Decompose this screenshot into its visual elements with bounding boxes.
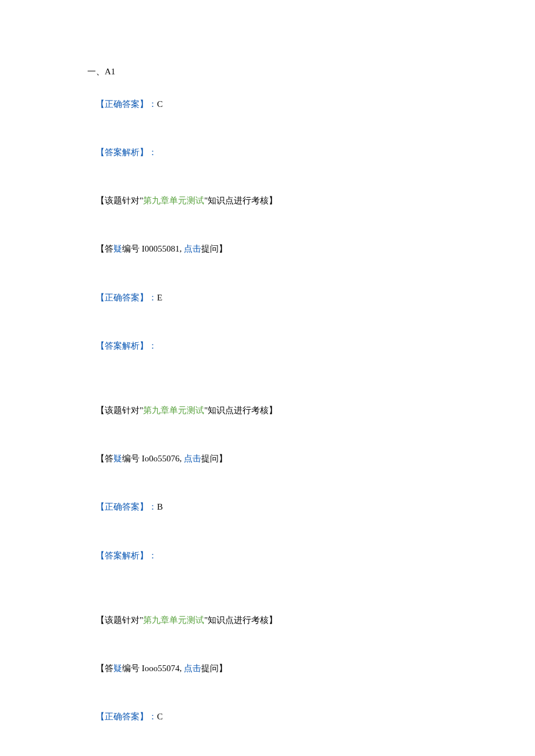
- faq-end: 提问】: [201, 454, 227, 463]
- answer-label: 【正确答案】：: [96, 293, 157, 302]
- topic-name: 第九章单元测试: [143, 406, 204, 415]
- faq-mid2: 编号 Iooo55074,: [122, 664, 184, 673]
- faq-mid-blue: 疑: [113, 664, 122, 673]
- faq-end: 提问】: [201, 664, 227, 673]
- faq-line[interactable]: 【答疑编号 Iooo55074, 点击提问】: [87, 644, 448, 693]
- faq-click: 点击: [184, 244, 201, 253]
- analysis-line: 【答案解析】：: [87, 532, 448, 580]
- answer-label: 【正确答案】：: [96, 712, 157, 721]
- faq-line[interactable]: 【答疑编号 Io0o55076, 点击提问】: [87, 435, 448, 483]
- analysis-colon: ：: [148, 551, 157, 560]
- topic-suffix: "知识点进行考核】: [204, 615, 277, 625]
- answer-value: C: [157, 99, 163, 109]
- topic-name: 第九章单元测试: [143, 615, 204, 625]
- topic-prefix: 【该题针对": [96, 196, 143, 205]
- topic-name: 第九章单元测试: [143, 196, 204, 205]
- topic-prefix: 【该题针对": [96, 615, 143, 625]
- analysis-inline-line: 【答案解析】：【该题针对'第九章单元测试"知识点进行考核】: [87, 741, 448, 757]
- faq-mid2: 编号 Io0o55076,: [122, 454, 184, 463]
- faq-click: 点击: [184, 454, 201, 463]
- topic-suffix: "知识点进行考核】: [204, 406, 277, 415]
- analysis-label: 【答案解析】: [96, 551, 148, 560]
- answer-value: E: [157, 293, 162, 302]
- faq-mid2: 编号 I00055081,: [122, 244, 184, 253]
- topic-line: 【该题针对"第九章单元测试"知识点进行考核】: [87, 386, 448, 435]
- faq-mid-blue: 疑: [113, 454, 122, 463]
- document-page: 一、A1 【正确答案】：C 【答案解析】： 【该题针对"第九章单元测试"知识点进…: [0, 0, 535, 756]
- answer-value: C: [157, 712, 163, 721]
- topic-line: 【该题针对"第九章单元测试"知识点进行考核】: [87, 596, 448, 644]
- faq-mid-blue: 疑: [113, 244, 122, 253]
- blank-line: [87, 370, 448, 386]
- topic-line: 【该题针对"第九章单元测试"知识点进行考核】: [87, 177, 448, 225]
- answer-label: 【正确答案】：: [96, 99, 157, 109]
- answer-value: B: [157, 502, 163, 511]
- analysis-label: 【答案解析】：: [96, 148, 157, 157]
- faq-end: 提问】: [201, 244, 227, 253]
- answer-line: 【正确答案】：E: [87, 274, 448, 322]
- analysis-line: 【答案解析】：: [87, 322, 448, 370]
- analysis-line: 【答案解析】：: [87, 128, 448, 177]
- topic-suffix: "知识点进行考核】: [204, 196, 277, 205]
- topic-prefix: 【该题针对": [96, 406, 143, 415]
- faq-click: 点击: [184, 664, 201, 673]
- analysis-colon: ：: [148, 341, 157, 350]
- answer-line: 【正确答案】：C: [87, 80, 448, 128]
- answer-label: 【正确答案】：: [96, 502, 157, 511]
- faq-prefix: 【答: [96, 244, 113, 253]
- blank-line: [87, 580, 448, 596]
- faq-prefix: 【答: [96, 454, 113, 463]
- answer-line: 【正确答案】：C: [87, 693, 448, 741]
- faq-line[interactable]: 【答疑编号 I00055081, 点击提问】: [87, 225, 448, 274]
- section-heading-a1: 一、A1: [87, 64, 448, 80]
- answer-line: 【正确答案】：B: [87, 483, 448, 532]
- faq-prefix: 【答: [96, 664, 113, 673]
- analysis-label: 【答案解析】: [96, 341, 148, 350]
